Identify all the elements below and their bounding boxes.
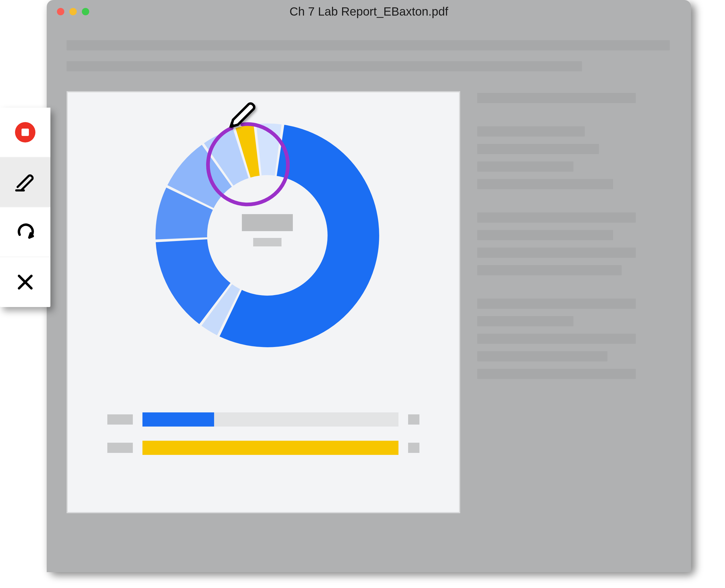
record-stop-icon <box>15 122 36 143</box>
sidebar-placeholder-line <box>477 265 622 275</box>
freehand-annotation[interactable] <box>204 119 292 207</box>
donut-center-secondary <box>253 238 281 247</box>
window-titlebar: Ch 7 Lab Report_EBaxton.pdf <box>47 0 691 23</box>
sidebar-placeholder-line <box>477 126 585 136</box>
sidebar-placeholder-line <box>477 93 636 103</box>
sidebar-placeholder-line <box>477 316 574 326</box>
placeholder-heading-1 <box>67 40 670 50</box>
sidebar-placeholder-line <box>477 230 613 240</box>
redo-arrow-icon <box>14 221 36 243</box>
sidebar-placeholder-line <box>477 179 613 189</box>
sidebar-placeholder-line <box>477 298 636 309</box>
redo-button[interactable] <box>0 207 50 257</box>
app-window: Ch 7 Lab Report_EBaxton.pdf <box>47 0 691 572</box>
chart-card <box>67 91 460 513</box>
traffic-lights <box>57 8 89 15</box>
sidebar-text-column <box>477 91 671 386</box>
sidebar-placeholder-line <box>477 351 607 361</box>
sidebar-placeholder-line <box>477 162 574 172</box>
sidebar-placeholder-line <box>477 212 636 223</box>
record-stop-button[interactable] <box>0 108 50 158</box>
close-x-icon <box>14 271 36 293</box>
sidebar-placeholder-line <box>477 144 599 154</box>
pencil-icon <box>14 171 36 193</box>
progress-row-2 <box>107 441 420 455</box>
annotation-toolbar <box>0 108 50 307</box>
progress-end-label <box>408 443 420 453</box>
donut-center-labels <box>225 214 310 247</box>
draw-button[interactable] <box>0 158 50 207</box>
progress-end-label <box>408 414 420 424</box>
progress-track <box>143 441 399 455</box>
donut-center-primary <box>242 214 293 231</box>
placeholder-heading-2 <box>67 61 582 71</box>
window-maximize-button[interactable] <box>82 8 89 15</box>
progress-row-1 <box>107 413 420 426</box>
progress-track <box>143 413 399 426</box>
progress-fill-blue <box>143 413 214 426</box>
pencil-cursor-icon <box>229 98 260 129</box>
document-header <box>47 23 691 71</box>
window-title: Ch 7 Lab Report_EBaxton.pdf <box>290 5 448 18</box>
progress-label <box>107 443 133 453</box>
progress-label <box>107 414 133 424</box>
sidebar-placeholder-line <box>477 369 636 379</box>
progress-bars <box>107 413 420 469</box>
sidebar-placeholder-line <box>477 334 636 344</box>
window-minimize-button[interactable] <box>69 8 77 15</box>
progress-fill-yellow <box>143 441 399 455</box>
sidebar-placeholder-line <box>477 248 636 258</box>
window-close-button[interactable] <box>57 8 64 15</box>
cancel-button[interactable] <box>0 257 50 307</box>
